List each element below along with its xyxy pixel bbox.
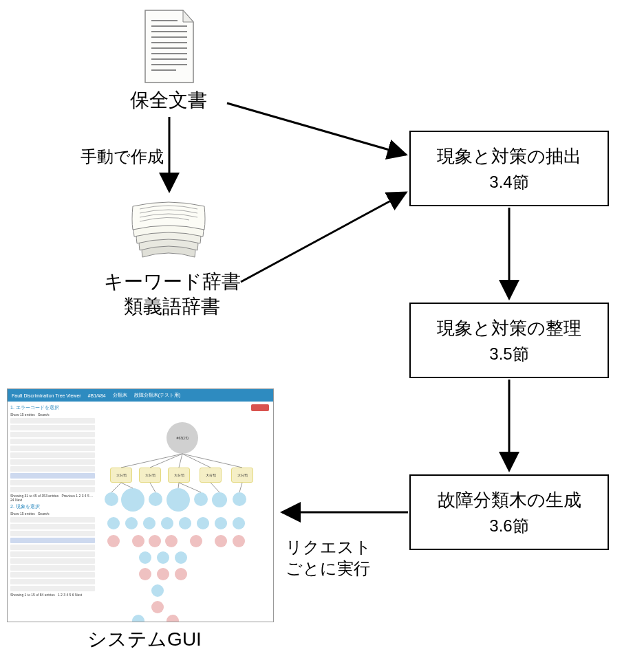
box-extract-sub: 3.4節 <box>489 171 528 193</box>
box-tree: 故障分類木の生成 3.6節 <box>409 474 609 550</box>
svg-line-27 <box>239 483 242 492</box>
svg-line-12 <box>241 193 406 282</box>
edge-label-manual: 手動で作成 <box>61 146 164 167</box>
gui-screenshot: Fault Discrimination Tree Viewer #B1/#84… <box>7 388 274 622</box>
gui-side-h2: 2. 現象を選択 <box>10 503 95 510</box>
dictionary-label: キーワード辞書 類義語辞書 <box>69 270 275 320</box>
gui-main: #63(15) 大分類 大分類 大分類 大分類 大分類 <box>98 402 273 622</box>
gui-legend-button <box>251 404 269 411</box>
svg-line-20 <box>182 454 242 468</box>
box-extract: 現象と対策の抽出 3.4節 <box>409 131 609 206</box>
gui-tree-root: #63(15) <box>167 422 198 454</box>
svg-line-19 <box>182 454 211 468</box>
svg-line-21 <box>111 483 121 492</box>
box-organize-sub: 3.5節 <box>489 343 528 365</box>
svg-line-23 <box>150 483 155 492</box>
document-node: 保全文書 <box>96 88 241 113</box>
svg-line-22 <box>121 483 133 488</box>
gui-sidebar: 1. エラーコードを選択 Show 15 entries Search: Sho… <box>8 402 98 622</box>
svg-line-17 <box>150 454 182 468</box>
gui-app-title: Fault Discrimination Tree Viewer <box>12 393 81 398</box>
dictionary-icon <box>127 193 210 268</box>
document-icon <box>142 7 197 86</box>
gui-label: システムGUI <box>62 627 227 652</box>
svg-line-16 <box>121 454 182 468</box>
svg-line-26 <box>211 483 219 492</box>
box-tree-title: 故障分類木の生成 <box>438 488 581 512</box>
svg-line-24 <box>178 483 179 488</box>
box-tree-sub: 3.6節 <box>489 515 528 537</box>
box-organize-title: 現象と対策の整理 <box>437 316 581 340</box>
box-extract-title: 現象と対策の抽出 <box>437 144 581 168</box>
edge-label-per-request: リクエスト ごとに実行 <box>286 536 402 579</box>
gui-side-h1: 1. エラーコードを選択 <box>10 404 95 411</box>
gui-topbar: Fault Discrimination Tree Viewer #B1/#84… <box>8 389 273 402</box>
dictionary-node: キーワード辞書 類義語辞書 <box>69 270 275 320</box>
document-label: 保全文書 <box>96 88 241 113</box>
svg-line-18 <box>179 454 182 468</box>
svg-line-11 <box>227 103 406 155</box>
box-organize: 現象と対策の整理 3.5節 <box>409 303 609 378</box>
